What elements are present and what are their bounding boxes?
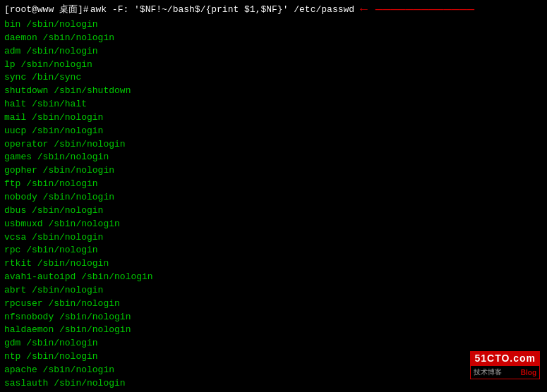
output-line: rpc /sbin/nologin (4, 244, 543, 257)
output-line: vcsa /sbin/nologin (4, 231, 543, 245)
watermark-bottom: 技术博客 Blog (470, 365, 540, 379)
watermark: 51CTO.com 技术博客 Blog (470, 351, 540, 379)
output-line: sync /bin/sync (4, 71, 543, 85)
output-line: haldaemon /sbin/nologin (4, 324, 543, 337)
output-line: halt /sbin/halt (4, 98, 543, 111)
output-line: avahi-autoipd /sbin/nologin (4, 271, 543, 284)
output-line: nfsnobody /sbin/nologin (4, 311, 543, 324)
output-line: gdm /sbin/nologin (4, 337, 543, 350)
output-line: apache /sbin/nologin (4, 364, 543, 377)
output-line: gopher /sbin/nologin (4, 164, 543, 178)
watermark-top: 51CTO.com (470, 351, 540, 365)
output-line: mail /sbin/nologin (4, 111, 543, 125)
terminal-prompt: [root@www 桌面]# (4, 3, 89, 16)
output-line: ntp /sbin/nologin (4, 350, 543, 364)
terminal-command: awk -F: '$NF!~/bash$/{print $1,$NF}' /et… (90, 4, 354, 15)
output-line: bin /sbin/nologin (4, 18, 543, 32)
output-line: lp /sbin/nologin (4, 59, 543, 72)
output-line: abrt /sbin/nologin (4, 284, 543, 298)
output-line: uucp /sbin/nologin (4, 125, 543, 138)
output-line: usbmuxd /sbin/nologin (4, 218, 543, 231)
output-line: daemon /sbin/nologin (4, 32, 543, 45)
output-line: adm /sbin/nologin (4, 45, 543, 59)
watermark-tech: 技术博客 (474, 367, 502, 377)
command-line: [root@www 桌面]# awk -F: '$NF!~/bash$/{pri… (4, 3, 543, 16)
output-line: operator /sbin/nologin (4, 138, 543, 152)
output-line: shutdown /sbin/shutdown (4, 85, 543, 98)
terminal-window: [root@www 桌面]# awk -F: '$NF!~/bash$/{pri… (0, 0, 547, 392)
output-line: ftp /sbin/nologin (4, 178, 543, 191)
output-line: saslauth /sbin/nologin (4, 377, 543, 391)
output-line: nobody /sbin/nologin (4, 191, 543, 204)
output-line: dbus /sbin/nologin (4, 204, 543, 218)
output-line: games /sbin/nologin (4, 151, 543, 164)
arrow-icon: ← ————————————— (360, 3, 474, 16)
output-line: rtkit /sbin/nologin (4, 257, 543, 271)
watermark-blog: Blog (521, 369, 536, 376)
output-area: bin /sbin/nologindaemon /sbin/nologinadm… (4, 18, 543, 392)
output-line: rpcuser /sbin/nologin (4, 298, 543, 311)
